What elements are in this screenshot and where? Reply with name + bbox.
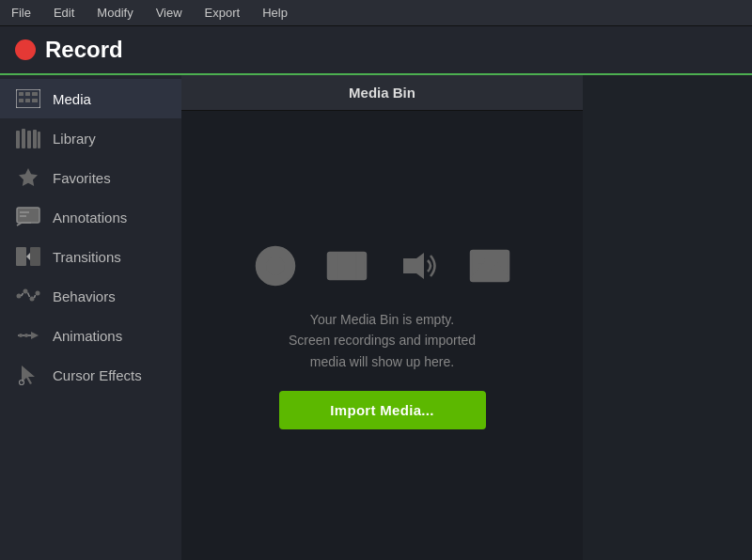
svg-rect-37 [328, 257, 334, 261]
import-media-button[interactable]: Import Media... [279, 391, 486, 429]
sidebar-label-media: Media [53, 91, 91, 107]
animations-icon [15, 325, 41, 346]
empty-film-icon [322, 241, 371, 290]
svg-line-25 [22, 293, 24, 296]
media-icon [15, 88, 41, 109]
transitions-icon [15, 246, 41, 267]
main-layout: Media Library Favorites [0, 75, 752, 560]
empty-state-icons [251, 241, 514, 290]
behaviors-icon [15, 286, 41, 306]
annotations-icon [15, 207, 41, 227]
empty-record-icon [251, 241, 300, 290]
svg-rect-3 [32, 92, 38, 96]
sidebar-item-library[interactable]: Library [0, 118, 181, 158]
record-indicator [15, 39, 36, 60]
svg-marker-20 [26, 253, 30, 260]
menu-modify[interactable]: Modify [93, 4, 136, 22]
svg-rect-5 [25, 99, 30, 102]
svg-marker-43 [403, 253, 424, 279]
svg-rect-7 [16, 131, 20, 148]
menu-export[interactable]: Export [201, 4, 244, 22]
sidebar-label-library: Library [53, 131, 96, 147]
svg-rect-9 [27, 131, 31, 148]
sidebar-label-behaviors: Behaviors [53, 288, 116, 304]
svg-point-24 [36, 291, 40, 296]
svg-point-23 [30, 297, 35, 302]
svg-line-26 [28, 293, 30, 298]
media-bin-content: Your Media Bin is empty. Screen recordin… [181, 111, 583, 560]
svg-rect-2 [25, 92, 30, 96]
sidebar-item-animations[interactable]: Animations [0, 316, 181, 355]
menu-edit[interactable]: Edit [50, 4, 78, 22]
svg-point-30 [19, 334, 23, 337]
svg-rect-6 [32, 99, 38, 102]
svg-point-31 [24, 334, 28, 337]
sidebar-label-transitions: Transitions [53, 249, 121, 265]
sidebar-item-transitions[interactable]: Transitions [0, 237, 181, 276]
cursor-effects-icon [15, 365, 41, 385]
sidebar-item-behaviors[interactable]: Behaviors [0, 276, 181, 316]
library-icon [15, 128, 41, 148]
page-title: Record [45, 37, 123, 63]
menu-file[interactable]: File [8, 4, 35, 22]
favorites-icon [15, 167, 41, 188]
svg-rect-1 [19, 92, 24, 96]
svg-rect-19 [30, 247, 40, 266]
record-bar: Record [0, 26, 752, 75]
svg-rect-39 [360, 257, 366, 261]
empty-state-text: Your Media Bin is empty. Screen recordin… [289, 309, 476, 372]
sidebar-label-animations: Animations [53, 328, 122, 344]
sidebar: Media Library Favorites [0, 75, 181, 560]
sidebar-label-annotations: Annotations [53, 210, 127, 226]
sidebar-item-cursor-effects[interactable]: Cursor Effects [0, 355, 181, 395]
sidebar-label-favorites: Favorites [53, 170, 111, 186]
svg-rect-16 [20, 211, 29, 213]
menu-view[interactable]: View [152, 4, 186, 22]
svg-point-21 [17, 294, 22, 299]
empty-image-icon [465, 241, 514, 290]
svg-rect-40 [360, 270, 366, 274]
svg-rect-10 [33, 130, 37, 148]
svg-point-45 [478, 257, 485, 264]
svg-point-35 [266, 257, 285, 275]
media-bin-header: Media Bin [181, 75, 583, 111]
svg-rect-38 [328, 270, 334, 274]
svg-line-27 [35, 295, 36, 298]
svg-point-22 [24, 289, 28, 294]
content-area: Media Bin [181, 75, 583, 560]
sidebar-item-media[interactable]: Media [0, 79, 181, 118]
svg-rect-17 [20, 215, 26, 217]
svg-marker-12 [19, 168, 38, 186]
menu-help[interactable]: Help [258, 4, 291, 22]
sidebar-item-annotations[interactable]: Annotations [0, 197, 181, 237]
svg-rect-4 [19, 99, 24, 102]
svg-rect-8 [22, 129, 25, 148]
svg-rect-11 [38, 132, 40, 148]
svg-marker-29 [31, 332, 39, 339]
menu-bar: File Edit Modify View Export Help [0, 0, 752, 26]
svg-rect-18 [16, 247, 26, 266]
empty-audio-icon [394, 241, 443, 290]
sidebar-label-cursor-effects: Cursor Effects [53, 367, 142, 383]
right-panel [583, 75, 752, 560]
sidebar-item-favorites[interactable]: Favorites [0, 158, 181, 197]
